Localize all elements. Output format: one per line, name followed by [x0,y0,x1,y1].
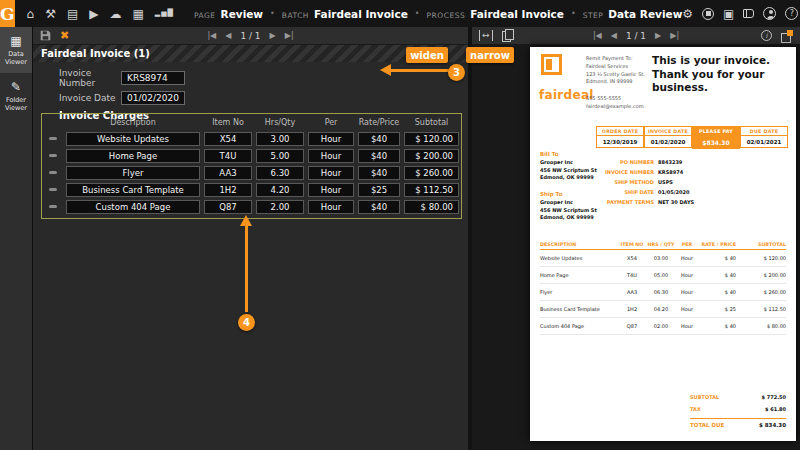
item-per: Hour [676,272,698,278]
cell-per[interactable]: Hour [308,132,354,146]
crumb-step: STEP Data Review [583,8,683,20]
meta-label: INVOICE NUMBER [590,169,658,175]
info-cell-due-date: DUE DATE 02/01/2021 [740,126,788,149]
item-per: Hour [676,255,698,261]
sidebar-item-folder-viewer[interactable]: ✎ Folder Viewer [0,73,32,119]
page-position: 1 / 1 [626,31,646,41]
stats-icon[interactable]: ▂▅█ [155,10,174,17]
layers-icon[interactable] [781,30,793,42]
cloud-import-icon[interactable]: ☁ [110,8,122,20]
meta-value: 01/05/2020 [658,189,689,195]
cell-rate[interactable]: $40 [358,132,400,146]
item-no: Q87 [618,323,646,329]
document-page[interactable]: fairdeal Remit Payment To: Fairdeal Serv… [530,47,796,441]
cell-per[interactable]: Hour [308,149,354,163]
row-handle-icon[interactable] [42,137,64,140]
package-icon[interactable]: ▣ [723,8,734,20]
cell-rate[interactable]: $25 [358,183,400,197]
cell-item-no[interactable]: AA3 [204,166,252,180]
last-page-icon[interactable]: ▶| [285,31,294,40]
prev-page-icon[interactable]: ◀ [611,31,617,40]
home-icon[interactable]: ⌂ [27,8,35,20]
row-handle-icon[interactable] [42,188,64,191]
user-avatar-icon[interactable] [763,7,776,20]
row-handle-icon[interactable] [42,205,64,208]
cell-hrs-qty[interactable]: 4.20 [256,183,304,197]
meta-value: 8843239 [658,159,682,165]
cell-hrs-qty[interactable]: 3.00 [256,132,304,146]
batches-icon[interactable]: ▤ [67,8,78,20]
help-icon[interactable]: ? [785,7,798,20]
topbar-right-icons: ⚙ ▣ ? [682,7,798,20]
invoice-number-field[interactable]: KRS8974 [121,71,185,85]
cell-hrs-qty[interactable]: 6.30 [256,166,304,180]
info-value: 02/01/2021 [740,136,788,148]
cell-item-no[interactable]: 1H2 [204,183,252,197]
info-label: PLEASE PAY [692,126,740,136]
subtotal-row: SUBTOTAL $ 772.50 [690,394,786,400]
item-rate: $ 40 [698,255,736,261]
info-cell-please-pay: PLEASE PAY $834.30 [692,126,740,149]
cell-rate[interactable]: $40 [358,200,400,214]
cell-item-no[interactable]: T4U [204,149,252,163]
panel-splitter[interactable] [468,27,472,450]
document-header[interactable]: Fairdeal Invoice (1) [33,45,468,62]
apps-icon[interactable]: ▦ [133,8,144,20]
book-icon[interactable] [743,9,754,18]
document-viewer-panel: ↔ |◀ ◀ 1 / 1 ▶ ▶| i fairdeal Remit Payme… [472,27,800,450]
cell-hrs-qty[interactable]: 2.00 [256,200,304,214]
cancel-icon[interactable]: ✖ [60,30,69,41]
cell-description[interactable]: Flyer [66,166,200,180]
cell-item-no[interactable]: X54 [204,132,252,146]
cell-rate[interactable]: $40 [358,166,400,180]
total-label: TOTAL DUE [690,422,724,428]
row-handle-icon[interactable] [42,154,64,157]
annotation-narrow-label: narrow [466,47,514,63]
grooper-logo[interactable]: G [0,0,15,27]
annotation-step-4-badge: 4 [238,314,255,331]
cell-per[interactable]: Hour [308,200,354,214]
tasks-icon[interactable]: ⚒ [45,8,56,20]
cell-description[interactable]: Website Updates [66,132,200,146]
meta-row: SHIP METHOD USPS [590,179,694,185]
play-icon[interactable]: ▶ [89,8,98,20]
cell-subtotal[interactable]: $ 80.00 [404,200,459,214]
first-page-icon[interactable]: |◀ [207,31,216,40]
stop-icon[interactable] [702,8,714,20]
info-icon[interactable]: i [761,30,772,41]
cell-description[interactable]: Custom 404 Page [66,200,200,214]
cell-rate[interactable]: $40 [358,149,400,163]
table-row: Business Card Template 1H2 4.20 Hour $25… [42,181,461,198]
column-header: Hrs/Qty [254,118,306,127]
items-column-header: DESCRIPTION [540,242,618,247]
cell-subtotal[interactable]: $ 120.00 [404,132,459,146]
cell-subtotal[interactable]: $ 260.00 [404,166,459,180]
app-root: G ⌂ ⚒ ▤ ▶ ☁ ▦ ▂▅█ PAGE Review • BATCH Fa… [0,0,800,450]
last-page-icon[interactable]: ▶| [670,31,679,40]
row-handle-icon[interactable] [42,171,64,174]
cell-per[interactable]: Hour [308,183,354,197]
prev-page-icon[interactable]: ◀ [225,31,231,40]
fit-width-icon[interactable]: ↔ [479,30,493,41]
next-page-icon[interactable]: ▶ [270,31,276,40]
gear-icon[interactable]: ⚙ [682,8,693,20]
sidebar-item-label: Data Viewer [1,50,31,67]
first-page-icon[interactable]: |◀ [593,31,602,40]
cell-description[interactable]: Home Page [66,149,200,163]
next-page-icon[interactable]: ▶ [655,31,661,40]
info-label: DUE DATE [740,126,788,136]
cell-subtotal[interactable]: $ 112.50 [404,183,459,197]
cell-subtotal[interactable]: $ 200.00 [404,149,459,163]
sidebar-item-data-viewer[interactable]: ▦ Data Viewer [0,27,32,73]
cell-description[interactable]: Business Card Template [66,183,200,197]
items-column-header: RATE / PRICE [698,242,736,247]
invoice-date-field[interactable]: 01/02/2020 [121,91,185,105]
bill-to-block: Bill To Grooper Inc 456 NW Scriptum St E… [540,150,597,182]
cell-per[interactable]: Hour [308,166,354,180]
save-icon[interactable] [40,28,51,44]
meta-row: INVOICE NUMBER KRS8974 [590,169,694,175]
thumbnails-icon[interactable] [502,29,514,42]
cell-item-no[interactable]: Q87 [204,200,252,214]
phone: 555 555-5555 [586,95,644,103]
cell-hrs-qty[interactable]: 5.00 [256,149,304,163]
